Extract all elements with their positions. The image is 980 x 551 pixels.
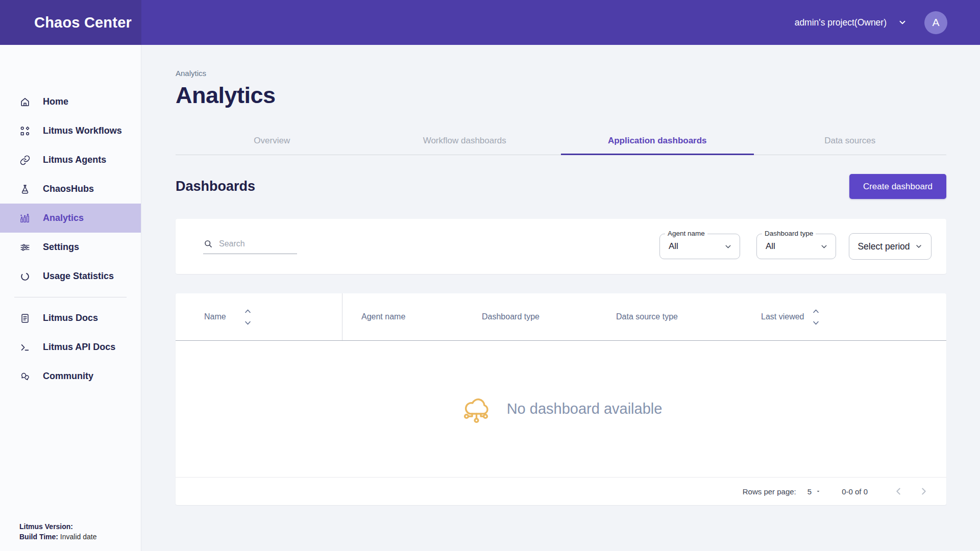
sidebar-item-label: Settings	[43, 242, 79, 253]
build-time-value: Invalid date	[60, 533, 97, 541]
column-header-name: Name	[204, 312, 226, 321]
sidebar-item-label: Home	[43, 96, 68, 107]
tab-data-sources[interactable]: Data sources	[754, 127, 947, 155]
avatar[interactable]: A	[924, 11, 947, 34]
sort-ascending-icon[interactable]	[813, 309, 819, 313]
agent-name-select[interactable]: Agent name All	[659, 234, 740, 259]
tab-bar: Overview Workflow dashboards Application…	[176, 127, 946, 155]
pagination: Rows per page: 5 0-0 of 0	[176, 477, 946, 505]
sidebar-item-label: Usage Statistics	[43, 271, 114, 282]
sidebar-item-label: Litmus Agents	[43, 155, 106, 165]
chevron-down-icon	[915, 242, 923, 251]
home-icon	[19, 96, 31, 108]
filter-bar: Agent name All Dashboard type All Select…	[176, 219, 946, 274]
build-time-label: Build Time:	[19, 533, 58, 541]
empty-state: No dashboard available	[176, 341, 946, 477]
brand-zone: Chaos Center	[0, 0, 141, 45]
chevron-down-icon	[820, 242, 828, 251]
sidebar-item-label: Litmus Docs	[43, 313, 98, 323]
sidebar-item-community[interactable]: Community	[0, 362, 141, 391]
sliders-icon	[19, 242, 31, 253]
sort-descending-icon[interactable]	[244, 321, 251, 325]
usage-statistics-icon	[19, 271, 31, 282]
top-bar: Chaos Center admin's project(Owner) A	[0, 0, 980, 45]
terminal-icon	[19, 342, 31, 353]
sidebar-item-label: Litmus API Docs	[43, 342, 115, 353]
rows-per-page-select[interactable]: 5	[807, 487, 821, 496]
sort-last-viewed-control[interactable]	[813, 309, 819, 325]
sort-ascending-icon[interactable]	[244, 309, 251, 313]
sidebar-item-label: Analytics	[43, 213, 84, 223]
chat-bubbles-icon	[19, 371, 31, 382]
dashboards-table: Name Agent name Dashboard type Data sour…	[176, 293, 946, 505]
pagination-range: 0-0 of 0	[842, 487, 868, 496]
sidebar-item-settings[interactable]: Settings	[0, 233, 141, 262]
sidebar: Home Litmus Workflows Litmus Agents Chao…	[0, 45, 141, 551]
search-box	[203, 239, 297, 254]
search-input[interactable]	[219, 239, 290, 248]
table-header-row: Name Agent name Dashboard type Data sour…	[176, 293, 946, 341]
sidebar-divider	[14, 297, 127, 297]
sidebar-nav: Home Litmus Workflows Litmus Agents Chao…	[0, 45, 141, 391]
version-info: Litmus Version: Build Time: Invalid date	[19, 521, 96, 542]
column-header-data-source-type: Data source type	[616, 312, 761, 321]
next-page-button[interactable]	[915, 482, 933, 500]
sidebar-item-label: Litmus Workflows	[43, 126, 122, 136]
chevron-down-icon	[724, 242, 732, 251]
link-icon	[19, 155, 31, 166]
create-dashboard-button[interactable]: Create dashboard	[849, 174, 946, 199]
cloud-network-icon	[460, 394, 493, 424]
app-title: Chaos Center	[34, 14, 132, 31]
search-icon	[203, 239, 213, 249]
sidebar-item-label: ChaosHubs	[43, 184, 94, 194]
dashboard-type-select-label: Dashboard type	[762, 230, 816, 237]
sidebar-item-analytics[interactable]: Analytics	[0, 204, 141, 233]
column-header-agent-name: Agent name	[342, 312, 482, 321]
empty-state-message: No dashboard available	[507, 400, 663, 417]
page-title: Analytics	[176, 82, 946, 109]
document-icon	[19, 313, 31, 324]
dashboards-heading: Dashboards	[176, 179, 255, 194]
sidebar-item-home[interactable]: Home	[0, 87, 141, 116]
chevron-right-icon	[918, 486, 929, 497]
workflows-icon	[19, 126, 31, 137]
tab-overview[interactable]: Overview	[176, 127, 369, 155]
dashboard-type-select-value: All	[766, 241, 775, 252]
project-selector[interactable]: admin's project(Owner)	[795, 17, 907, 28]
analytics-icon	[19, 213, 31, 224]
tab-application-dashboards[interactable]: Application dashboards	[561, 127, 754, 155]
flask-icon	[19, 184, 31, 195]
chevron-left-icon	[893, 486, 904, 497]
caret-down-icon	[815, 488, 821, 494]
litmus-version-label: Litmus Version:	[19, 522, 73, 531]
sidebar-item-litmus-workflows[interactable]: Litmus Workflows	[0, 116, 141, 145]
sidebar-item-litmus-agents[interactable]: Litmus Agents	[0, 145, 141, 174]
previous-page-button[interactable]	[889, 482, 908, 500]
sort-name-control[interactable]	[244, 309, 251, 325]
tab-workflow-dashboards[interactable]: Workflow dashboards	[369, 127, 561, 155]
agent-name-select-value: All	[669, 241, 678, 252]
sidebar-item-litmus-api-docs[interactable]: Litmus API Docs	[0, 333, 141, 362]
column-header-last-viewed: Last viewed	[761, 312, 804, 321]
chevron-down-icon	[898, 18, 907, 27]
sidebar-item-chaoshubs[interactable]: ChaosHubs	[0, 174, 141, 204]
dashboard-type-select[interactable]: Dashboard type All	[756, 234, 836, 259]
breadcrumb[interactable]: Analytics	[176, 69, 946, 78]
agent-name-select-label: Agent name	[665, 230, 707, 237]
sort-descending-icon[interactable]	[813, 321, 819, 325]
sidebar-item-usage-statistics[interactable]: Usage Statistics	[0, 262, 141, 291]
column-header-dashboard-type: Dashboard type	[482, 312, 616, 321]
sidebar-item-litmus-docs[interactable]: Litmus Docs	[0, 304, 141, 333]
project-name: admin's project(Owner)	[795, 17, 887, 28]
sidebar-item-label: Community	[43, 371, 93, 382]
select-period-button[interactable]: Select period	[849, 233, 932, 260]
main-content: Analytics Analytics Overview Workflow da…	[141, 45, 980, 551]
rows-per-page-label: Rows per page:	[743, 487, 796, 496]
